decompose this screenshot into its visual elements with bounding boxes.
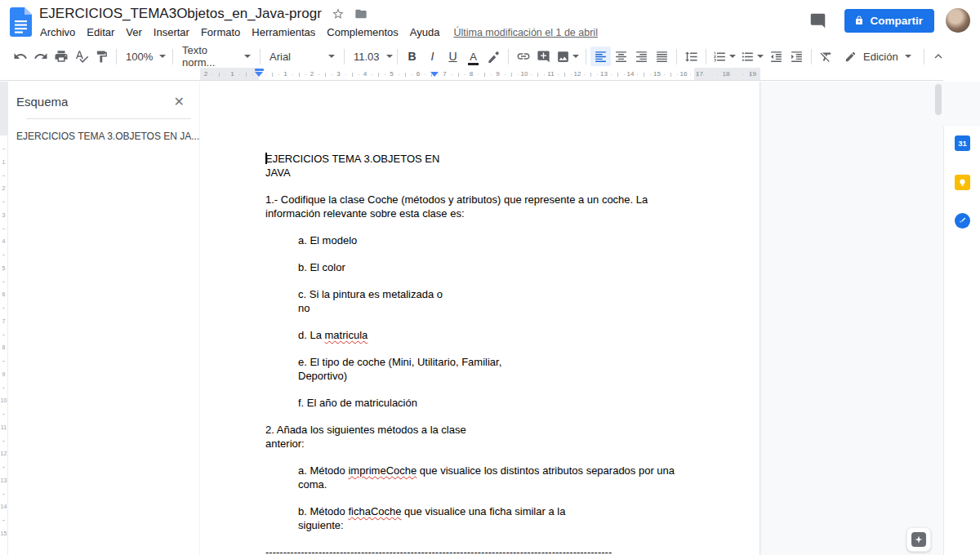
horizontal-ruler[interactable]: 2112345678910111213141516171819 — [0, 68, 943, 81]
misspelled-word: imprimeCoche — [348, 464, 416, 477]
editing-mode-select[interactable]: Edición — [836, 47, 920, 66]
document-text-line[interactable]: 2. Añada los siguientes métodos a la cla… — [265, 423, 760, 437]
document-text-line[interactable]: Deportivo) — [298, 369, 760, 383]
left-indent-marker[interactable] — [255, 69, 264, 77]
ruler-tick — [332, 74, 332, 75]
tasks-icon[interactable] — [955, 213, 970, 229]
line-spacing-button[interactable] — [681, 47, 702, 66]
document-text-line[interactable]: ----------------------------------------… — [265, 545, 760, 555]
document-text-line[interactable]: a. Método imprimeCoche que visualice los… — [298, 464, 760, 477]
document-text-line[interactable]: JAVA — [265, 166, 760, 180]
account-avatar[interactable] — [946, 8, 970, 33]
document-text-line[interactable]: c. Si la pintura es metalizada o — [298, 287, 760, 301]
toolbar-separator — [706, 49, 706, 64]
menu-formato[interactable]: Formato — [195, 24, 246, 40]
ruler-number: 8 — [470, 70, 473, 78]
paragraph-style-select[interactable]: Texto norm... — [177, 47, 256, 66]
insert-image-button[interactable] — [554, 47, 581, 66]
zoom-select[interactable]: 100% — [121, 47, 168, 66]
document-text-line[interactable]: siguiente: — [298, 518, 760, 532]
justify-button[interactable] — [652, 47, 672, 66]
increase-indent-button[interactable] — [786, 47, 807, 66]
outline-panel: Esquema ✕ EJERCICIOS TEMA 3.OBJETOS EN J… — [8, 82, 199, 555]
align-center-button[interactable] — [611, 47, 631, 66]
italic-button[interactable]: I — [422, 47, 443, 66]
menu-herramientas[interactable]: Herramientas — [246, 24, 321, 40]
numbered-list-button[interactable] — [710, 47, 738, 66]
spell-check-button[interactable] — [71, 47, 91, 66]
ruler-tick — [478, 74, 479, 75]
document-text-line[interactable]: 1.- Codifique la clase Coche (métodos y … — [265, 193, 760, 206]
bulleted-list-button[interactable] — [738, 47, 766, 66]
show-chat-icon[interactable] — [809, 12, 826, 29]
document-title[interactable]: EJERCICIOS_TEMA3Objetos_en_Java-progr — [39, 6, 322, 22]
insert-comment-button[interactable] — [533, 47, 554, 66]
ruler-number: 11 — [0, 424, 7, 430]
keep-icon[interactable] — [955, 175, 970, 190]
close-icon[interactable]: ✕ — [174, 95, 185, 109]
ruler-number: 15 — [0, 531, 7, 536]
last-modified-link[interactable]: Última modificación el 1 de abril — [453, 27, 597, 38]
menu-editar[interactable]: Editar — [81, 24, 120, 40]
share-button[interactable]: Compartir — [844, 9, 934, 33]
first-line-indent-marker[interactable] — [255, 69, 264, 71]
ruler-tick — [252, 74, 253, 75]
ruler-number: 12 — [0, 451, 7, 456]
paint-format-button[interactable] — [91, 47, 112, 66]
document-text-line[interactable]: no — [298, 301, 760, 315]
toolbar: 100% Texto norm... Arial 11.03 B I U A E… — [0, 45, 943, 68]
document-text-line[interactable]: b. Método fichaCoche que visualice una f… — [298, 504, 760, 518]
document-text-line[interactable]: d. La matricula — [298, 328, 760, 342]
ruler-tick — [431, 73, 432, 77]
text-segment: coma. — [298, 478, 327, 491]
print-button[interactable] — [51, 47, 71, 66]
document-text-line[interactable]: anterior: — [265, 437, 760, 451]
bold-button[interactable]: B — [402, 47, 422, 66]
text-color-button[interactable]: A — [463, 47, 483, 66]
app-header: EJERCICIOS_TEMA3Objetos_en_Java-progr Ar… — [0, 0, 980, 45]
align-right-button[interactable] — [631, 47, 652, 66]
ruler-number: 13 — [600, 70, 608, 78]
side-panel: 31 — [943, 127, 980, 555]
document-text-line[interactable]: e. El tipo de coche (Mini, Utilitario, F… — [298, 355, 760, 369]
ruler-tick — [352, 73, 353, 77]
document-text-line[interactable]: f. El año de matriculación — [298, 396, 760, 410]
clear-formatting-button[interactable] — [816, 47, 836, 66]
ruler-tick — [2, 361, 5, 362]
document-text-line[interactable]: coma. — [298, 477, 760, 491]
text-segment: e. El tipo de coche (Mini, Utilitario, F… — [298, 356, 501, 368]
underline-button[interactable]: U — [443, 47, 463, 66]
star-icon[interactable] — [332, 7, 345, 20]
document-text-line[interactable]: b. El color — [298, 260, 760, 274]
ruler-number: 11 — [547, 70, 554, 78]
menu-insertar[interactable]: Insertar — [148, 24, 195, 40]
document-text-line[interactable]: a. El modelo — [298, 233, 760, 247]
font-size-select[interactable]: 11.03 — [349, 47, 393, 66]
collapse-menus-button[interactable] — [929, 47, 949, 66]
document-text-line[interactable]: información relevante sobre esta clase e… — [265, 206, 760, 220]
google-docs-logo-icon[interactable] — [10, 7, 32, 37]
redo-button[interactable] — [30, 47, 51, 66]
menu-ayuda[interactable]: Ayuda — [404, 24, 446, 40]
text-segment: d. La — [298, 329, 325, 341]
menu-complementos[interactable]: Complementos — [321, 24, 403, 40]
document-text-line[interactable]: EJERCICIOS TEMA 3.OBJETOS EN — [265, 152, 760, 166]
calendar-icon[interactable]: 31 — [955, 135, 970, 151]
vertical-scrollbar-thumb[interactable] — [935, 84, 942, 115]
menu-archivo[interactable]: Archivo — [34, 24, 81, 40]
move-folder-icon[interactable] — [354, 7, 368, 20]
outline-item[interactable]: EJERCICIOS TEMA 3.OBJETOS EN JA... — [8, 119, 199, 145]
menu-ver[interactable]: Ver — [120, 24, 148, 40]
insert-link-button[interactable] — [513, 47, 533, 66]
toolbar-separator — [676, 49, 677, 64]
font-select[interactable]: Arial — [265, 47, 340, 66]
decrease-indent-button[interactable] — [766, 47, 786, 66]
align-left-button[interactable] — [590, 47, 611, 66]
ruler-tick — [2, 520, 5, 521]
ruler-tick — [743, 74, 744, 75]
explore-button[interactable] — [906, 527, 931, 552]
highlight-color-button[interactable] — [483, 47, 504, 66]
ruler-number: 8 — [0, 344, 7, 350]
document-page[interactable]: EJERCICIOS TEMA 3.OBJETOS ENJAVA1.- Codi… — [200, 82, 760, 555]
undo-button[interactable] — [10, 47, 30, 66]
